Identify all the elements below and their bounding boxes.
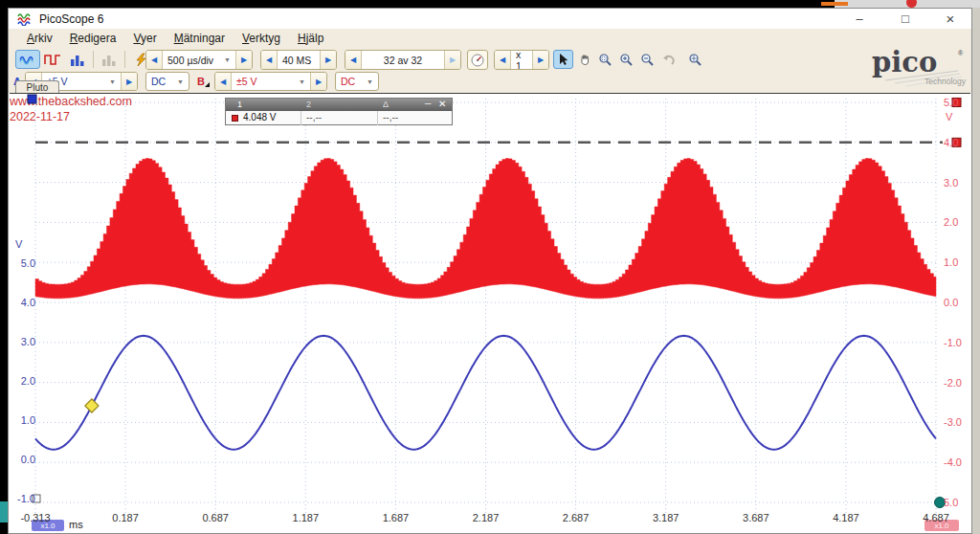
view-tab-label: Pluto	[27, 82, 49, 93]
channel-b-coupling-value: DC	[341, 76, 355, 87]
title-bar[interactable]: PicoScope 6	[9, 9, 971, 29]
x-axis-tick-label: 2.187	[459, 512, 513, 523]
menu-verktyg[interactable]: Verktyg	[234, 30, 289, 47]
ruler-col-delta: Δ	[383, 100, 389, 109]
left-axis-tick-label: 4.0	[10, 296, 35, 309]
zoom-factor-value: x 1	[516, 50, 527, 70]
x-axis-tick-label: 4.687	[909, 512, 963, 523]
channel-a-color-swatch	[232, 115, 238, 122]
left-axis-tick-label: 1.0	[10, 413, 35, 427]
right-axis-tick-label: 3.0	[944, 176, 970, 189]
maximize-button[interactable]: □	[888, 9, 923, 28]
ruler-legend-box[interactable]: 1 2 Δ ─ ✕ 4.048 V --,-- --,--	[225, 98, 453, 125]
ruler-value-delta: --,--	[383, 112, 398, 122]
scope-mode-button[interactable]	[15, 50, 40, 69]
marquee-zoom-button[interactable]	[595, 50, 615, 69]
magnifier-plus-icon	[619, 53, 634, 67]
right-axis-tick-label: 5.0	[944, 496, 970, 509]
cursor-arrow-icon	[558, 53, 569, 66]
left-axis-tick-label: -1.0	[10, 492, 35, 505]
channel-b-range-select[interactable]: ±5 V ▼	[231, 73, 311, 90]
legend-close-icon[interactable]: ✕	[438, 99, 446, 109]
ruler-col-1: 1	[237, 100, 242, 109]
samples-value: 40 MS	[282, 55, 311, 66]
buffer-prev-arrow[interactable]: ◀	[345, 51, 361, 69]
hand-icon	[578, 53, 591, 66]
channel-b-label[interactable]: B	[197, 76, 205, 87]
pointer-tools-group	[553, 50, 705, 69]
zoom-next-arrow[interactable]: ▶	[533, 51, 548, 69]
desktop-right-strip	[972, 8, 980, 534]
right-axis-tick-label: 2.0	[944, 215, 970, 229]
pan-tool-button[interactable]	[574, 50, 594, 69]
menu-vyer[interactable]: Vyer	[124, 30, 165, 47]
channel-b-coupling-select[interactable]: DC ▼	[335, 72, 379, 91]
menu-redigera[interactable]: Redigera	[61, 30, 125, 47]
channel-b-range-next[interactable]: ▶	[311, 73, 326, 90]
bar-chart-disabled-icon	[101, 54, 117, 66]
zoom-factor-control: ◀ x 1 ▶	[494, 50, 549, 70]
timebase-prev-arrow[interactable]: ◀	[146, 51, 162, 69]
close-button[interactable]: ×	[933, 9, 968, 28]
x-axis-tick-label: 4.187	[819, 512, 873, 523]
right-axis-tick-label: 1.0	[944, 256, 970, 269]
channel-b-ruler-handle[interactable]	[28, 95, 36, 103]
legend-minimize-icon[interactable]: ─	[425, 99, 431, 108]
menu-matningar[interactable]: Mätningar	[166, 30, 234, 47]
select-tool-button[interactable]	[553, 50, 573, 69]
right-axis-tick-label: -4.0	[944, 456, 970, 469]
buffer-position-value: 32 av 32	[384, 55, 422, 66]
legend-divider	[377, 111, 378, 125]
undo-zoom-button	[658, 50, 679, 69]
ruler-legend-header[interactable]: 1 2 Δ ─ ✕	[226, 99, 452, 111]
left-axis-tick-label: 0.0	[10, 453, 35, 466]
zoom-overview-button[interactable]	[685, 50, 705, 69]
minimize-button[interactable]: –	[842, 9, 877, 28]
buffer-next-arrow[interactable]: ▶	[445, 51, 460, 69]
taskbar-icon-fragment	[0, 501, 8, 523]
pico-logo: pico ® Technology	[866, 48, 968, 88]
ruler-value-1: 4.048 V	[243, 112, 276, 122]
left-axis-tick-label: 2.0	[10, 374, 35, 388]
channel-a-coupling-value: DC	[151, 76, 166, 87]
samples-next-arrow[interactable]: ▶	[321, 51, 336, 69]
persistence-mode-button[interactable]	[40, 50, 65, 69]
menu-hjalp[interactable]: Hjälp	[289, 30, 332, 47]
channel-b-expand-triangle[interactable]	[205, 82, 210, 87]
channel-a-range-next[interactable]: ▶	[122, 73, 137, 90]
buffer-overview-button[interactable]	[467, 50, 488, 70]
zoom-prev-arrow[interactable]: ◀	[495, 51, 510, 69]
timebase-value: 500 µs/div	[167, 55, 213, 66]
logo-subtitle: Technology	[924, 77, 966, 86]
ruler-legend-row: 4.048 V --,-- --,--	[226, 111, 452, 125]
menu-arkiv[interactable]: Arkiv	[18, 30, 61, 47]
right-axis-unit: V	[946, 111, 952, 122]
zoom-in-button[interactable]	[616, 50, 636, 69]
undo-arrow-icon	[662, 54, 676, 66]
samples-control: ◀ 40 MS ▶	[260, 50, 337, 70]
samples-select[interactable]: 40 MS	[277, 51, 321, 69]
buffer-dial-icon	[471, 54, 484, 67]
buffer-navigator: ◀ 32 av 32 ▶	[345, 50, 461, 70]
zoom-factor-field[interactable]: x 1	[510, 51, 533, 69]
x-axis-unit: ms	[69, 519, 83, 530]
zoom-out-button[interactable]	[637, 50, 657, 69]
plot-canvas[interactable]	[10, 94, 970, 532]
samples-prev-arrow[interactable]: ◀	[261, 51, 277, 69]
right-axis-tick-label: -3.0	[944, 415, 970, 429]
timebase-next-arrow[interactable]: ▶	[236, 51, 252, 69]
scope-view[interactable]: www.thebackshed.com 2022-11-17 1 2 Δ ─ ✕…	[10, 93, 970, 532]
timebase-control: ◀ 500 µs/div ▼ ▶	[145, 50, 253, 70]
spectrum-mode-button[interactable]	[65, 50, 90, 69]
channel-b-range-value: ±5 V	[236, 76, 257, 87]
trigger-marker[interactable]	[85, 399, 99, 412]
desktop-orange-mark	[821, 2, 848, 6]
view-tab-pluto[interactable]: Pluto	[15, 80, 59, 93]
buffer-position-field[interactable]: 32 av 32	[361, 51, 445, 69]
timebase-select[interactable]: 500 µs/div ▼	[162, 51, 236, 69]
x-axis-tick-label: 0.187	[99, 512, 152, 523]
channel-b-range-prev[interactable]: ◀	[215, 73, 231, 90]
magnifier-overview-icon	[688, 53, 702, 67]
toolbar-separator	[93, 51, 94, 68]
channel-a-coupling-select[interactable]: DC ▼	[145, 72, 189, 91]
